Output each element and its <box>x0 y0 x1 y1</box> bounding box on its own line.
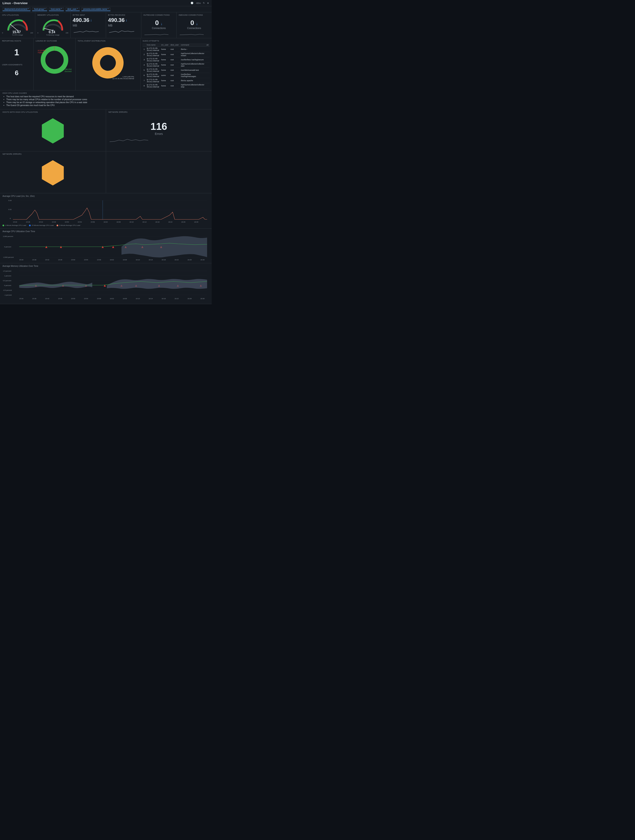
avg-cpu-load-panel: Average CPU Load (1m, 5m, 15m) 0.04 0.02… <box>0 193 212 229</box>
table-cell: ip-172-31-95-39.ec2.internal <box>146 57 160 62</box>
svg-marker-42 <box>112 246 114 248</box>
table-cell: /usr/sbin/useradd test <box>180 68 205 73</box>
bytes-sent-label: Bytes Sent <box>73 14 104 16</box>
network-errors-right-label: Network Errors <box>109 111 209 113</box>
filter-hostgroup[interactable]: host.group * <box>32 7 47 11</box>
filter-execname[interactable]: process.executable.name * <box>81 7 111 11</box>
cpu-min: 0 <box>2 32 3 34</box>
avg-mem-util-panel: Average Memory Utilization Over Time 1.5… <box>0 263 212 304</box>
avg-cpu-util-svg: 2,000 percent 0 percent -2,000 percent 1… <box>3 234 209 261</box>
table-cell: sumo <box>160 73 169 78</box>
row-number: 8 <box>142 83 146 88</box>
inbound-arrow: ↓ <box>196 22 198 26</box>
bytes-received-arrow: ↓ <box>125 18 127 22</box>
memory-label: Memory Utilization <box>37 14 68 16</box>
svg-text:16:26: 16:26 <box>188 259 192 261</box>
svg-text:16:02: 16:02 <box>110 259 114 261</box>
svg-marker-39 <box>45 246 47 248</box>
svg-point-8 <box>100 55 116 71</box>
svg-text:0.04: 0.04 <box>8 200 12 201</box>
table-cell: ip-172-31-95-39.ec2.internal <box>146 62 160 68</box>
row-number: 1 <box>142 47 146 52</box>
causes-list-item: There may be too many virtual CPUs relat… <box>6 98 209 101</box>
outbound-value-container: 0 ↓ Connections <box>144 17 174 30</box>
col-srcuser: src_user <box>160 43 169 47</box>
table-row: 3ip-172-31-95-39.ec2.internalhomeroot/us… <box>142 57 210 62</box>
table-cell: root <box>169 73 180 78</box>
time-range[interactable]: -60m <box>196 2 201 5</box>
svg-marker-10 <box>42 160 64 185</box>
reporting-panel: Reporting Hosts 1 User Assignments 6 <box>0 38 33 90</box>
logins-panel: Logins by Outcome 9 (13.8%) Failure 56 (… <box>33 38 75 90</box>
bytes-received-unit: MB <box>108 24 139 27</box>
cpu-gauge-range: 0 15.47 100 <box>2 32 33 34</box>
table-cell: /bin/su apache <box>180 78 205 83</box>
svg-text:16:06: 16:06 <box>117 221 121 223</box>
success-label: 56 (86.2%) Success <box>62 68 72 73</box>
avg-mem-util-svg: 1.5 percent 1 percent 0.5 percent 0 perc… <box>3 268 209 302</box>
table-cell: ip-172-31-95-39.ec2.internal <box>146 52 160 57</box>
svg-text:15:38: 15:38 <box>26 221 30 223</box>
svg-text:15:54: 15:54 <box>77 221 82 223</box>
legend-1min-dot <box>3 224 4 226</box>
svg-text:16:10: 16:10 <box>136 259 140 261</box>
filter-destuser[interactable]: dest_user * <box>66 7 80 11</box>
row-number: 6 <box>142 73 146 78</box>
svg-text:16:06: 16:06 <box>123 298 127 300</box>
filter-bar: deployment.environment * host.group * ho… <box>0 6 212 12</box>
filter-hostname[interactable]: host.name * <box>49 7 64 11</box>
filter-deployment[interactable]: deployment.environment * <box>3 7 30 11</box>
svg-text:15:34: 15:34 <box>19 298 24 300</box>
sudo-panel: Sudo Attempts host.name src_user dest_us… <box>141 38 212 90</box>
network-errors-right-empty <box>106 152 212 193</box>
memory-gauge-range: 0 0.14 100 <box>37 32 68 34</box>
svg-text:16:02: 16:02 <box>110 298 114 300</box>
table-row: 5ip-172-31-95-39.ec2.internalhomeroot/us… <box>142 68 210 73</box>
table-cell: root <box>169 52 180 57</box>
svg-text:16:22: 16:22 <box>168 221 173 223</box>
table-cell <box>205 47 210 52</box>
table-cell: ip-172-31-95-39.ec2.internal <box>146 78 160 83</box>
table-cell: /bin/su - <box>180 47 205 52</box>
legend-15min: 15 Minute Average CPU Load <box>29 224 54 226</box>
network-errors-left-label: Network Errors <box>3 153 103 155</box>
sudo-table-body: 1ip-172-31-95-39.ec2.internalhomeroot/bi… <box>142 47 210 88</box>
svg-text:0.02: 0.02 <box>8 208 12 210</box>
table-cell: root <box>169 47 180 52</box>
net-hex-container <box>3 156 103 191</box>
table-cell <box>205 62 210 68</box>
cpu-load-legend: 1 Minute Average CPU Load 15 Minute Aver… <box>3 224 209 226</box>
svg-text:15:58: 15:58 <box>97 259 101 261</box>
row-number: 2 <box>142 52 146 57</box>
cpu-unit: % CPU Usage <box>12 34 23 36</box>
bytes-sent-unit: MB <box>73 24 104 27</box>
avg-cpu-util-panel: Average CPU Utilization Over Time 2,000 … <box>0 229 212 263</box>
table-cell: ip-172-31-95-39.ec2.internal <box>146 73 160 78</box>
table-cell: home <box>160 62 169 68</box>
svg-text:16:30: 16:30 <box>194 221 199 223</box>
table-cell: ip-172-31-95-39.ec2.internal <box>146 83 160 88</box>
table-cell: home <box>160 68 169 73</box>
svg-text:15:46: 15:46 <box>58 259 62 261</box>
legend-5min-dot <box>57 224 58 226</box>
row-number: 5 <box>142 68 146 73</box>
avg-cpu-load-title: Average CPU Load (1m, 5m, 15m) <box>3 195 209 197</box>
bytes-received-sparkline <box>108 28 135 34</box>
refresh-icon[interactable]: ↻ <box>203 2 205 5</box>
svg-text:16:18: 16:18 <box>161 259 166 261</box>
legend-5min: 5 Minute Average CPU Load <box>57 224 80 226</box>
table-cell: root <box>169 62 180 68</box>
svg-text:16:22: 16:22 <box>174 298 179 300</box>
inbound-connections-card: Inbound Connections 0 ↓ Connections <box>177 12 212 38</box>
svg-text:16:10: 16:10 <box>130 221 134 223</box>
table-row: 6ip-172-31-95-39.ec2.internalsumoroot/us… <box>142 73 210 78</box>
table-cell: home <box>160 52 169 57</box>
table-cell: /usr/bin/less /var/log/secure <box>180 57 205 62</box>
svg-text:15:42: 15:42 <box>45 298 49 300</box>
table-cell: home <box>160 83 169 88</box>
cpu-hexagon-svg <box>40 117 65 147</box>
filter-icon[interactable]: ▼ <box>207 2 209 5</box>
outbound-unit: Connections <box>144 27 174 30</box>
table-cell: root <box>169 83 180 88</box>
sudo-table: host.name src_user dest_user command att… <box>142 43 210 88</box>
